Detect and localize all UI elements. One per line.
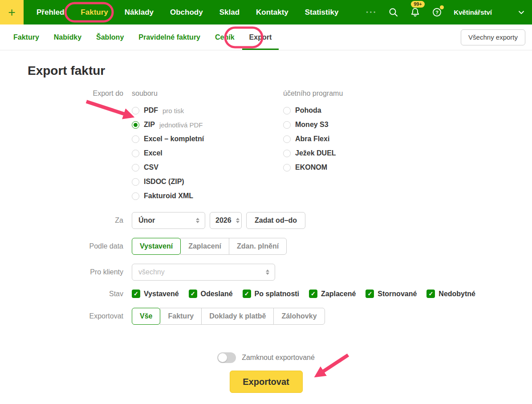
checkbox-vystavene[interactable]: ✓ Vystavené	[132, 290, 179, 298]
checkbox-nedobytne[interactable]: ✓ Nedobytné	[426, 290, 475, 298]
export-submit-button[interactable]: Exportovat	[230, 371, 303, 393]
custom-range-button[interactable]: Zadat od–do	[246, 212, 305, 229]
checkbox-odeslane[interactable]: ✓ Odeslané	[189, 290, 233, 298]
radio-option-excel-kompletni[interactable]: Excel – kompletní	[132, 132, 283, 146]
period-label: Za	[0, 216, 132, 224]
subnav-item-nabidky[interactable]: Nabídky	[54, 24, 81, 50]
account-chevron-down-icon[interactable]	[519, 11, 524, 14]
segment-zdan-plneni[interactable]: Zdan. plnění	[229, 238, 287, 255]
select-arrows-icon	[266, 269, 269, 275]
subnav-item-cenik[interactable]: Ceník	[215, 24, 235, 50]
toggle-knob	[218, 353, 227, 362]
subnav-item-pravidelne-faktury[interactable]: Pravidelné faktury	[138, 24, 200, 50]
radio-option-abra-flexi[interactable]: Abra Flexi	[283, 132, 343, 146]
nav-item-sklad[interactable]: Sklad	[219, 8, 240, 17]
period-controls: Únor 2026 Zadat od–do	[132, 212, 305, 229]
checkbox-stornovane[interactable]: ✓ Stornované	[365, 290, 417, 298]
segment-vystaveni[interactable]: Vystavení	[132, 238, 181, 255]
radio-icon	[283, 107, 291, 114]
select-arrows-icon	[196, 218, 199, 223]
radio-selected-icon	[132, 121, 139, 129]
segment-zaplaceni[interactable]: Zaplacení	[180, 238, 229, 255]
month-select[interactable]: Únor	[132, 212, 205, 229]
subnav-item-export[interactable]: Export	[249, 24, 272, 50]
lock-toggle-row: Zamknout exportované	[0, 352, 532, 363]
help-button[interactable]: ?	[432, 7, 442, 17]
nav-item-faktury[interactable]: Faktury	[81, 8, 108, 17]
checkbox-label: Stornované	[378, 290, 417, 298]
invoices-subnav: Faktury Nabídky Šablony Pravidelné faktu…	[0, 24, 532, 50]
segment-zalohovky[interactable]: Zálohovky	[273, 308, 325, 325]
lock-exported-toggle[interactable]	[217, 352, 236, 363]
nav-item-kontakty[interactable]: Kontakty	[256, 8, 288, 17]
plus-icon: +	[8, 5, 15, 19]
checkbox-checked-icon: ✓	[365, 290, 374, 298]
option-label: ZIP	[144, 121, 155, 129]
option-label: Money S3	[295, 121, 329, 129]
svg-text:?: ?	[435, 10, 439, 15]
subnav-right-group: Všechny exporty	[461, 29, 525, 45]
checkbox-label: Odeslané	[201, 290, 233, 298]
page-title: Export faktur	[28, 64, 532, 78]
file-options-column: souboru PDF pro tisk ZIP jednotlivá PDF …	[132, 90, 283, 203]
checkbox-checked-icon: ✓	[243, 290, 251, 298]
all-exports-button[interactable]: Všechny exporty	[461, 29, 525, 45]
nav-item-naklady[interactable]: Náklady	[125, 8, 154, 17]
radio-option-money-s3[interactable]: Money S3	[283, 118, 343, 132]
radio-icon	[132, 164, 139, 171]
segment-faktury[interactable]: Faktury	[160, 308, 202, 325]
nav-item-statistiky[interactable]: Statistiky	[305, 8, 339, 17]
status-row: Stav ✓ Vystavené ✓ Odeslané ✓ Po splatno…	[0, 290, 532, 298]
clients-label: Pro klienty	[0, 268, 132, 276]
year-select[interactable]: 2026	[210, 212, 242, 229]
radio-option-jezek-duel[interactable]: Ježek DUEL	[283, 146, 343, 160]
segment-vse[interactable]: Vše	[132, 308, 160, 325]
by-date-segmented-control: Vystavení Zaplacení Zdan. plnění	[132, 238, 287, 255]
radio-option-csv[interactable]: CSV	[132, 160, 283, 175]
nav-item-obchody[interactable]: Obchody	[170, 8, 203, 17]
export-to-label: Export do	[0, 90, 132, 98]
radio-option-pohoda[interactable]: Pohoda	[283, 103, 343, 118]
segment-doklady-k-platbe[interactable]: Doklady k platbě	[201, 308, 274, 325]
notifications-button[interactable]: 99+	[410, 7, 420, 17]
checkbox-checked-icon: ✓	[132, 290, 140, 298]
checkbox-zaplacene[interactable]: ✓ Zaplacené	[309, 290, 356, 298]
radio-option-ekonom[interactable]: EKONOM	[283, 160, 343, 175]
checkbox-checked-icon: ✓	[189, 290, 197, 298]
export-type-label: Exportovat	[0, 312, 132, 320]
nav-item-prehled[interactable]: Přehled	[37, 8, 64, 17]
export-to-row: Export do souboru PDF pro tisk ZIP jedno…	[0, 90, 532, 203]
subnav-item-faktury[interactable]: Faktury	[13, 24, 39, 50]
clients-select[interactable]: všechny	[132, 264, 275, 281]
option-label: EKONOM	[295, 163, 327, 171]
radio-option-zip[interactable]: ZIP jednotlivá PDF	[132, 118, 283, 132]
export-type-segmented-control: Vše Faktury Doklady k platbě Zálohovky	[132, 308, 325, 325]
option-label: Excel	[144, 149, 162, 157]
clients-select-placeholder: všechny	[138, 268, 165, 276]
topbar-right-group: ••• 99+ ? Květinářství	[366, 0, 532, 24]
radio-option-isdoc[interactable]: ISDOC (ZIP)	[132, 175, 283, 189]
create-new-button[interactable]: +	[0, 0, 24, 24]
status-label: Stav	[0, 290, 132, 298]
option-label: Pohoda	[295, 106, 321, 114]
more-menu-icon[interactable]: •••	[366, 9, 378, 16]
checkbox-checked-icon: ✓	[426, 290, 435, 298]
export-invoices-page: + Přehled Faktury Náklady Obchody Sklad …	[0, 0, 532, 404]
radio-icon	[283, 135, 291, 143]
radio-icon	[283, 164, 291, 171]
checkbox-po-splatnosti[interactable]: ✓ Po splatnosti	[243, 290, 299, 298]
search-button[interactable]	[389, 8, 398, 17]
radio-icon	[132, 150, 139, 157]
checkbox-checked-icon: ✓	[309, 290, 317, 298]
radio-option-excel[interactable]: Excel	[132, 146, 283, 160]
radio-option-pdf[interactable]: PDF pro tisk	[132, 103, 283, 118]
top-navigation-bar: + Přehled Faktury Náklady Obchody Sklad …	[0, 0, 532, 24]
radio-option-fakturoid-xml[interactable]: Fakturoid XML	[132, 189, 283, 203]
option-label: Fakturoid XML	[144, 192, 193, 200]
option-label: Abra Flexi	[295, 135, 329, 143]
account-name[interactable]: Květinářství	[454, 8, 492, 16]
radio-icon	[132, 107, 139, 114]
clients-row: Pro klienty všechny	[0, 264, 532, 281]
subnav-item-sablony[interactable]: Šablony	[96, 24, 124, 50]
main-nav: Přehled Faktury Náklady Obchody Sklad Ko…	[37, 0, 338, 24]
